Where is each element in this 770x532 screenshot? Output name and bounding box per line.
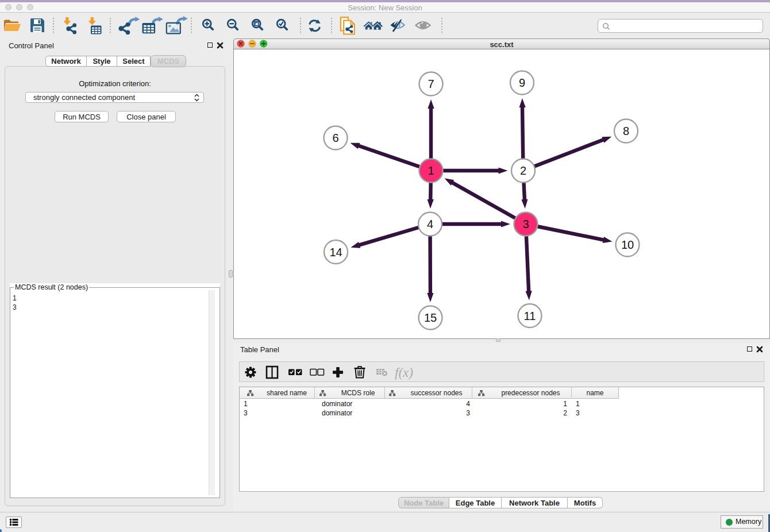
svg-text:11: 11 — [524, 310, 536, 322]
svg-text:9: 9 — [519, 76, 525, 89]
svg-text:14: 14 — [329, 246, 342, 259]
svg-text:8: 8 — [623, 125, 629, 137]
svg-text:3: 3 — [522, 218, 529, 230]
svg-text:6: 6 — [332, 132, 338, 144]
svg-text:15: 15 — [424, 311, 437, 324]
svg-text:10: 10 — [621, 238, 634, 251]
svg-text:2: 2 — [520, 164, 526, 177]
svg-text:7: 7 — [428, 78, 434, 90]
svg-text:f(x): f(x) — [395, 365, 413, 380]
svg-text:1: 1 — [428, 164, 434, 177]
svg-text:4: 4 — [427, 218, 433, 230]
